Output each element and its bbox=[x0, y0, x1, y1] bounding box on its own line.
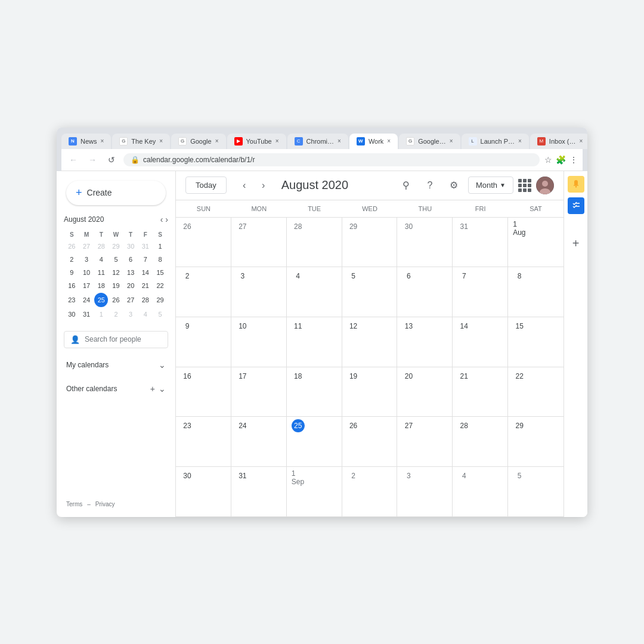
mini-day[interactable]: 12 bbox=[109, 267, 123, 278]
mini-day[interactable]: 28 bbox=[139, 293, 153, 307]
cal-cell[interactable]: 11 bbox=[287, 317, 342, 367]
mini-day[interactable]: 2 bbox=[109, 308, 123, 320]
cal-cell[interactable]: 8 bbox=[508, 267, 564, 317]
google-apps-button[interactable] bbox=[518, 179, 531, 192]
mini-day[interactable]: 30 bbox=[65, 308, 79, 320]
tab-youtube[interactable]: ▶ YouTube × bbox=[227, 134, 286, 149]
mini-day[interactable]: 4 bbox=[94, 253, 108, 265]
tab-chromium-close[interactable]: × bbox=[338, 138, 341, 144]
cal-cell[interactable]: 1 Sep bbox=[287, 467, 342, 516]
mini-day[interactable]: 27 bbox=[80, 240, 94, 252]
mini-day-today[interactable]: 25 bbox=[94, 293, 108, 307]
cal-cell[interactable]: 5 bbox=[342, 267, 398, 317]
cal-cell[interactable]: 29 bbox=[342, 218, 398, 267]
forward-button[interactable]: → bbox=[85, 153, 100, 167]
cal-cell[interactable]: 4 bbox=[453, 467, 508, 516]
next-month-button[interactable]: › bbox=[255, 177, 272, 194]
cal-cell[interactable]: 2 bbox=[176, 267, 231, 317]
help-button[interactable]: ? bbox=[420, 176, 439, 195]
mini-day[interactable]: 28 bbox=[94, 240, 108, 252]
cal-cell[interactable]: 23 bbox=[176, 417, 231, 466]
tab-google-close[interactable]: × bbox=[215, 138, 219, 144]
mini-day[interactable]: 1 bbox=[94, 308, 108, 320]
tab-news[interactable]: N News × bbox=[61, 134, 111, 149]
url-bar[interactable]: 🔒 calendar.google.com/calendar/b/1/r bbox=[123, 153, 540, 166]
mini-day[interactable]: 20 bbox=[124, 280, 138, 292]
other-calendars-add-icon[interactable]: + bbox=[150, 384, 155, 394]
mini-day[interactable]: 3 bbox=[80, 253, 94, 265]
mini-day[interactable]: 6 bbox=[124, 253, 138, 265]
mini-day[interactable]: 29 bbox=[153, 293, 167, 307]
settings-button[interactable]: ⚙ bbox=[444, 176, 463, 195]
keep-icon-button[interactable] bbox=[568, 176, 584, 193]
mini-day[interactable]: 18 bbox=[94, 280, 108, 292]
tab-inbox[interactable]: M Inbox (… × bbox=[530, 134, 587, 149]
cal-cell[interactable]: 18 bbox=[287, 367, 342, 417]
cal-cell[interactable]: 20 bbox=[397, 367, 453, 417]
mini-day[interactable]: 26 bbox=[65, 240, 79, 252]
tab-the-key-close[interactable]: × bbox=[159, 138, 163, 144]
cal-cell[interactable]: 30 bbox=[397, 218, 453, 267]
bookmark-star-icon[interactable]: ☆ bbox=[544, 155, 552, 165]
mini-day[interactable]: 30 bbox=[124, 240, 138, 252]
tab-google[interactable]: G Google × bbox=[171, 134, 225, 149]
mini-day[interactable]: 16 bbox=[65, 280, 79, 292]
cal-cell[interactable]: 4 bbox=[287, 267, 342, 317]
mini-day[interactable]: 15 bbox=[153, 267, 167, 278]
mini-day[interactable]: 31 bbox=[139, 240, 153, 252]
cal-cell[interactable]: 15 bbox=[508, 317, 564, 367]
cal-cell[interactable]: 26 bbox=[176, 218, 231, 267]
cal-cell[interactable]: 28 bbox=[287, 218, 342, 267]
tab-work-close[interactable]: × bbox=[387, 138, 391, 144]
menu-icon[interactable]: ⋮ bbox=[569, 155, 578, 165]
cal-cell[interactable]: 27 bbox=[231, 218, 287, 267]
mini-day[interactable]: 4 bbox=[139, 308, 153, 320]
tab-the-key[interactable]: G The Key × bbox=[112, 134, 170, 149]
cal-cell[interactable]: 31 bbox=[231, 467, 287, 516]
tab-youtube-close[interactable]: × bbox=[275, 138, 279, 144]
other-calendars-header[interactable]: Other calendars + ⌄ bbox=[57, 382, 175, 396]
extensions-icon[interactable]: 🧩 bbox=[556, 155, 566, 165]
cal-cell[interactable]: 28 bbox=[453, 417, 508, 466]
mini-day[interactable]: 19 bbox=[109, 280, 123, 292]
cal-cell[interactable]: 6 bbox=[397, 267, 453, 317]
view-selector-button[interactable]: Month ▼ bbox=[468, 177, 513, 194]
mini-cal-prev[interactable]: ‹ bbox=[160, 215, 163, 224]
mini-day[interactable]: 31 bbox=[80, 308, 94, 320]
cal-cell[interactable]: 29 bbox=[508, 417, 564, 466]
mini-day[interactable]: 27 bbox=[124, 293, 138, 307]
mini-day[interactable]: 8 bbox=[153, 253, 167, 265]
prev-month-button[interactable]: ‹ bbox=[236, 177, 253, 194]
mini-day[interactable]: 11 bbox=[94, 267, 108, 278]
tab-news-close[interactable]: × bbox=[101, 138, 104, 144]
mini-day[interactable]: 7 bbox=[139, 253, 153, 265]
cal-cell[interactable]: 3 bbox=[397, 467, 453, 516]
cal-cell[interactable]: 12 bbox=[342, 317, 398, 367]
add-right-panel-button[interactable]: + bbox=[568, 236, 584, 252]
mini-cal-next[interactable]: › bbox=[165, 215, 168, 224]
mini-day[interactable]: 17 bbox=[80, 280, 94, 292]
mini-day[interactable]: 13 bbox=[124, 267, 138, 278]
cal-cell-aug1[interactable]: 1 Aug bbox=[508, 218, 564, 267]
cal-cell[interactable]: 19 bbox=[342, 367, 398, 417]
cal-cell[interactable]: 30 bbox=[176, 467, 231, 516]
reload-button[interactable]: ↺ bbox=[104, 153, 119, 167]
cal-cell[interactable]: 3 bbox=[231, 267, 287, 317]
cal-cell[interactable]: 2 bbox=[342, 467, 398, 516]
cal-cell[interactable]: 14 bbox=[453, 317, 508, 367]
mini-day[interactable]: 23 bbox=[65, 293, 79, 307]
tab-work[interactable]: W Work × bbox=[349, 134, 398, 149]
search-button[interactable]: ⚲ bbox=[397, 176, 416, 195]
mini-day[interactable]: 9 bbox=[65, 267, 79, 278]
mini-day[interactable]: 2 bbox=[65, 253, 79, 265]
mini-day[interactable]: 22 bbox=[153, 280, 167, 292]
tab-inbox-close[interactable]: × bbox=[579, 138, 583, 144]
back-button[interactable]: ← bbox=[66, 153, 80, 167]
tab-launch1[interactable]: L Launch P… × bbox=[462, 134, 529, 149]
cal-cell[interactable]: 27 bbox=[397, 417, 453, 466]
create-button[interactable]: + Create bbox=[66, 181, 166, 205]
my-calendars-header[interactable]: My calendars ⌄ bbox=[57, 358, 175, 372]
mini-day[interactable]: 3 bbox=[124, 308, 138, 320]
mini-day[interactable]: 14 bbox=[139, 267, 153, 278]
tab-chromium[interactable]: C Chromi… × bbox=[287, 134, 348, 149]
